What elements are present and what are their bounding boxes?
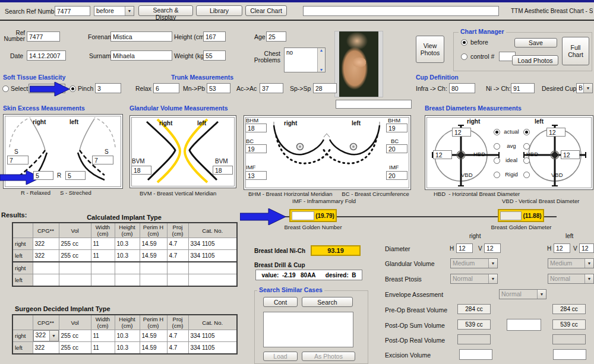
bc-left-input[interactable] <box>386 144 407 153</box>
cell-vol[interactable]: 255 cc <box>59 330 91 342</box>
avg-left-radio[interactable] <box>523 143 530 150</box>
cell-perim[interactable] <box>140 262 167 274</box>
glandular-volume-left-dropdown[interactable]: Medium ▼ <box>548 258 594 268</box>
rigid-right-radio[interactable] <box>494 172 500 178</box>
diam-right-side-input[interactable] <box>433 150 452 159</box>
bc-right-input[interactable] <box>245 144 267 153</box>
cell-perim[interactable] <box>140 274 167 287</box>
relax-input[interactable] <box>153 83 179 93</box>
diameter-v-left-input[interactable] <box>579 243 594 253</box>
as-photos-button[interactable]: As Photos <box>302 352 355 361</box>
breast-ptosis-right-dropdown[interactable]: Normal ▼ <box>450 274 498 284</box>
cell-vol[interactable]: 255 cc <box>59 250 91 262</box>
date-input[interactable] <box>27 50 66 61</box>
search-display-button[interactable]: Search & Display <box>138 5 193 16</box>
cell-height[interactable] <box>115 262 140 274</box>
ni-ch-input[interactable] <box>511 83 535 93</box>
pinch-radio[interactable] <box>69 86 76 92</box>
before-radio[interactable] <box>461 39 467 46</box>
cell-cpg[interactable] <box>33 274 59 287</box>
cell-proj[interactable]: 4.7 <box>167 342 188 354</box>
cell-catno[interactable] <box>188 262 237 274</box>
diameter-h-left-input[interactable] <box>554 243 570 253</box>
cell-cpg[interactable]: 322 <box>33 342 59 354</box>
cell-vol[interactable] <box>59 262 91 274</box>
cpg-dropdown[interactable]: 322 ▼ <box>33 330 59 341</box>
weight-input[interactable] <box>203 50 226 61</box>
cell-height[interactable]: 10.3 <box>115 250 140 262</box>
infra-ch-input[interactable] <box>449 83 475 93</box>
actual-left-radio[interactable] <box>523 129 530 135</box>
ac-ac-input[interactable] <box>260 83 283 93</box>
cell-cpg[interactable] <box>33 262 59 274</box>
control-radio[interactable] <box>461 53 467 60</box>
imf-left-input[interactable] <box>386 171 407 180</box>
cell-height[interactable] <box>115 274 140 287</box>
cell-perim[interactable]: 14.59 <box>140 342 167 354</box>
forename-input[interactable] <box>110 31 172 42</box>
message-field[interactable] <box>303 6 499 16</box>
cell-proj[interactable]: 4.7 <box>167 250 188 262</box>
golden-diameter-field[interactable] <box>500 211 522 220</box>
full-chart-button[interactable]: Full Chart <box>562 37 589 65</box>
cell-width[interactable]: 11 <box>91 250 115 262</box>
cell-proj[interactable] <box>167 262 188 274</box>
cell-vol[interactable]: 255 cc <box>59 238 91 250</box>
excision-volume-right-input[interactable] <box>459 349 492 360</box>
diameter-v-right-input[interactable] <box>484 243 501 253</box>
surname-input[interactable] <box>110 50 172 61</box>
chevron-down-icon[interactable]: ▼ <box>125 7 134 15</box>
bvm-left-input[interactable] <box>213 166 233 175</box>
select-radio[interactable] <box>2 86 9 92</box>
diam-left-side-input[interactable] <box>561 150 580 159</box>
avg-right-radio[interactable] <box>494 143 500 150</box>
bhm-right-input[interactable] <box>245 124 267 132</box>
ideal-right-radio[interactable] <box>494 157 500 164</box>
envelope-assesment-dropdown[interactable]: Normal ▼ <box>499 289 546 299</box>
cell-width[interactable] <box>91 262 115 274</box>
save-button[interactable]: Save <box>514 38 557 48</box>
mode-dropdown[interactable]: before ▼ <box>94 6 134 16</box>
view-photos-button[interactable]: View Photos <box>416 36 444 63</box>
cell-proj[interactable] <box>167 274 188 287</box>
cell-width[interactable]: 11 <box>91 238 115 250</box>
similar-cases-listbox[interactable] <box>263 312 353 347</box>
cell-cpg-dropdown[interactable]: 322 ▼ <box>33 330 59 342</box>
golden-number-field[interactable] <box>292 211 314 220</box>
pinch-input[interactable] <box>95 83 121 93</box>
cell-perim[interactable]: 14.59 <box>140 330 167 342</box>
desired-cup-dropdown[interactable]: B ▼ <box>576 83 593 93</box>
skin-s-left-input[interactable] <box>92 156 113 164</box>
chevron-down-icon[interactable]: ▼ <box>583 84 592 93</box>
ref-number-input[interactable] <box>27 31 60 42</box>
cell-height[interactable]: 10.3 <box>115 342 140 354</box>
skin-r-right-input[interactable] <box>33 171 53 180</box>
cell-catno[interactable]: 334 1105 <box>188 238 237 250</box>
scroll-down-icon[interactable]: ▼ <box>320 68 324 72</box>
search-ref-input[interactable] <box>55 6 90 16</box>
diameter-h-right-input[interactable] <box>456 243 473 253</box>
library-button[interactable]: Library <box>196 5 242 16</box>
skin-s-right-input[interactable] <box>7 156 29 164</box>
rigid-left-radio[interactable] <box>523 172 530 178</box>
cell-height[interactable]: 10.3 <box>115 330 140 342</box>
cell-width[interactable]: 11 <box>91 330 115 342</box>
cell-catno[interactable] <box>188 274 237 287</box>
sp-sp-input[interactable] <box>313 83 337 93</box>
cell-vol[interactable] <box>59 274 91 287</box>
cont-button[interactable]: Cont <box>263 297 298 307</box>
mn-pb-input[interactable] <box>207 83 230 93</box>
load-photos-button[interactable]: Load Photos <box>512 55 558 65</box>
cell-cpg[interactable]: 322 <box>33 238 59 250</box>
postop-sum-middle-input[interactable] <box>507 319 541 331</box>
photo-caption-field[interactable] <box>336 100 412 109</box>
bhm-left-input[interactable] <box>386 124 407 132</box>
age-input[interactable] <box>266 31 286 42</box>
cell-vol[interactable]: 255 cc <box>59 342 91 354</box>
imf-right-input[interactable] <box>245 171 267 180</box>
height-input[interactable] <box>203 31 226 42</box>
load-button[interactable]: Load <box>263 352 298 361</box>
bvm-right-input[interactable] <box>131 166 151 175</box>
cell-height[interactable]: 10.3 <box>115 238 140 250</box>
excision-volume-left-input[interactable] <box>553 349 586 360</box>
